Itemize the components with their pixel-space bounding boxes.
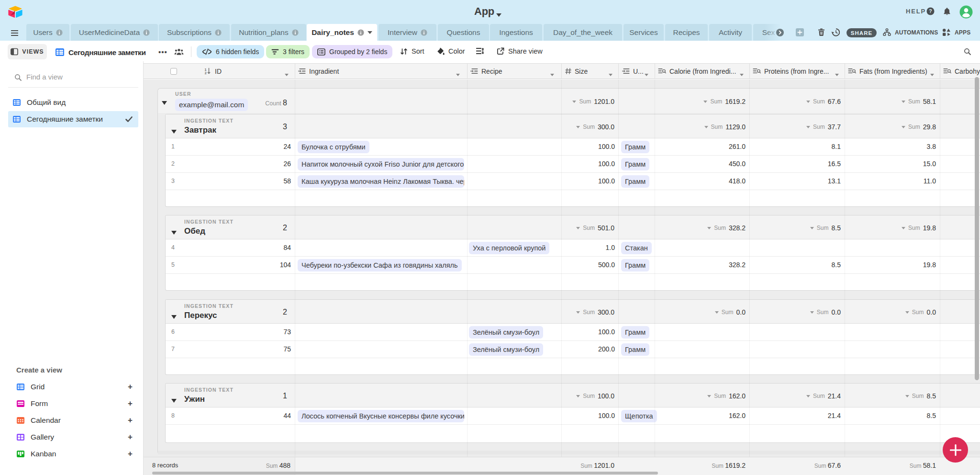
svg-text:2: 2 — [205, 71, 207, 75]
svg-text:?: ? — [929, 8, 932, 14]
